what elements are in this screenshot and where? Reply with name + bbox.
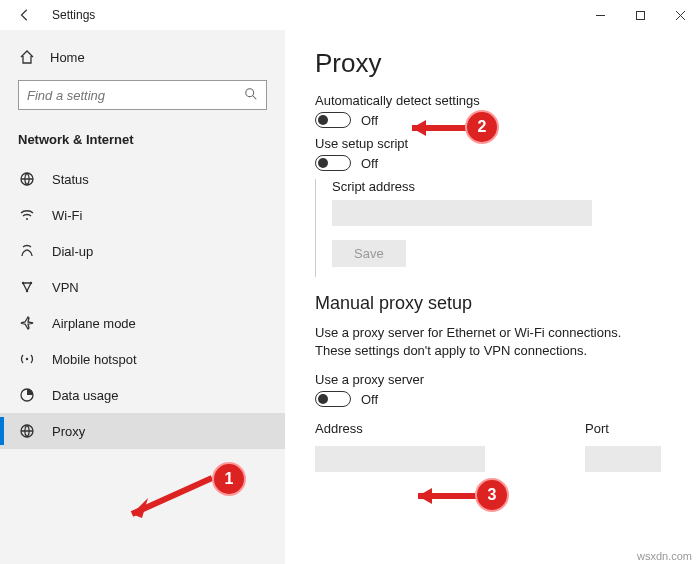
minimize-button[interactable] [580, 0, 620, 30]
sidebar-item-label: Status [52, 172, 89, 187]
search-box[interactable] [18, 80, 267, 110]
window-title: Settings [52, 8, 95, 22]
wifi-icon [18, 206, 36, 224]
script-address-input[interactable] [332, 200, 592, 226]
use-proxy-toggle[interactable] [315, 391, 351, 407]
sidebar-item-hotspot[interactable]: Mobile hotspot [0, 341, 285, 377]
sidebar-item-label: Data usage [52, 388, 119, 403]
sidebar-item-label: Proxy [52, 424, 85, 439]
search-icon [244, 87, 258, 104]
proxy-icon [18, 422, 36, 440]
sidebar-item-label: VPN [52, 280, 79, 295]
svg-marker-17 [412, 120, 426, 136]
datausage-icon [18, 386, 36, 404]
svg-point-11 [26, 358, 28, 360]
sidebar-item-label: Airplane mode [52, 316, 136, 331]
sidebar-item-status[interactable]: Status [0, 161, 285, 197]
window-controls [580, 0, 700, 30]
sidebar-item-label: Dial-up [52, 244, 93, 259]
svg-point-4 [246, 88, 254, 96]
sidebar-home-label: Home [50, 50, 85, 65]
manual-title: Manual proxy setup [315, 293, 670, 314]
close-button[interactable] [660, 0, 700, 30]
address-input[interactable] [315, 446, 485, 472]
address-label: Address [315, 421, 485, 436]
hotspot-icon [18, 350, 36, 368]
annotation-arrow-1 [108, 468, 218, 531]
use-script-toggle[interactable] [315, 155, 351, 171]
status-icon [18, 170, 36, 188]
script-address-label: Script address [332, 179, 670, 194]
sidebar-item-datausage[interactable]: Data usage [0, 377, 285, 413]
sidebar-item-vpn[interactable]: VPN [0, 269, 285, 305]
save-button[interactable]: Save [332, 240, 406, 267]
svg-point-7 [26, 218, 28, 220]
annotation-badge-3: 3 [475, 478, 509, 512]
svg-marker-19 [418, 488, 432, 504]
airplane-icon [18, 314, 36, 332]
annotation-arrow-3 [400, 484, 480, 511]
titlebar: Settings [0, 0, 700, 30]
sidebar-item-label: Wi-Fi [52, 208, 82, 223]
svg-rect-1 [636, 11, 644, 19]
sidebar-item-dialup[interactable]: Dial-up [0, 233, 285, 269]
sidebar-item-wifi[interactable]: Wi-Fi [0, 197, 285, 233]
auto-detect-label: Automatically detect settings [315, 93, 670, 108]
back-button[interactable] [12, 2, 38, 28]
use-script-state: Off [361, 156, 378, 171]
auto-detect-toggle[interactable] [315, 112, 351, 128]
port-input[interactable] [585, 446, 661, 472]
use-proxy-state: Off [361, 392, 378, 407]
annotation-badge-1: 1 [212, 462, 246, 496]
sidebar-group-header: Network & Internet [0, 126, 285, 161]
use-proxy-label: Use a proxy server [315, 372, 670, 387]
sidebar-item-airplane[interactable]: Airplane mode [0, 305, 285, 341]
annotation-arrow-2 [394, 116, 470, 143]
manual-desc: Use a proxy server for Ethernet or Wi-Fi… [315, 324, 635, 360]
watermark: wsxdn.com [637, 550, 692, 562]
search-input[interactable] [27, 88, 244, 103]
page-title: Proxy [315, 48, 670, 79]
home-icon [18, 48, 36, 66]
auto-detect-state: Off [361, 113, 378, 128]
maximize-button[interactable] [620, 0, 660, 30]
dialup-icon [18, 242, 36, 260]
sidebar-item-label: Mobile hotspot [52, 352, 137, 367]
sidebar-home[interactable]: Home [0, 40, 285, 80]
vpn-icon [18, 278, 36, 296]
annotation-badge-2: 2 [465, 110, 499, 144]
port-label: Port [585, 421, 661, 436]
svg-line-5 [253, 95, 257, 99]
sidebar-item-proxy[interactable]: Proxy [0, 413, 285, 449]
